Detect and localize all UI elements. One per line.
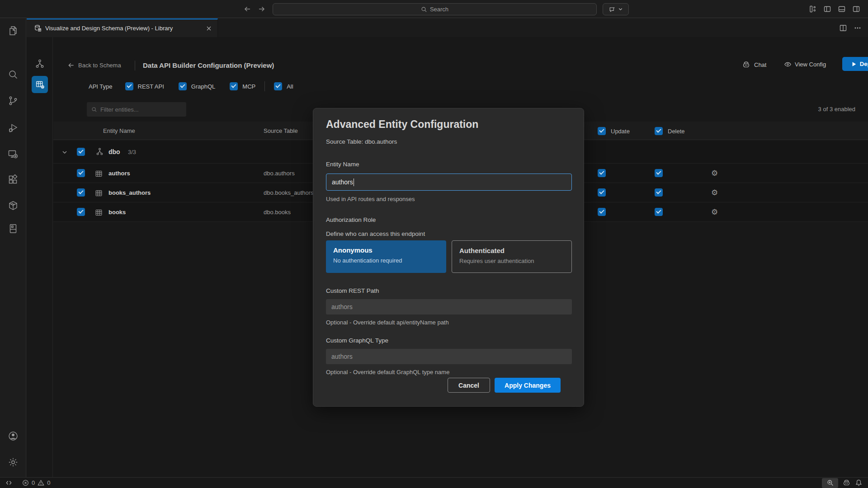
close-icon[interactable]: [206, 25, 212, 32]
tab-title: Visualize and Design Schema (Preview) - …: [45, 25, 173, 32]
rest-api-label: REST API: [138, 83, 164, 90]
designer-mini-sidebar: [27, 37, 53, 477]
schema-icon: [95, 147, 104, 156]
filter-all[interactable]: All: [274, 82, 293, 90]
filter-graphql[interactable]: GraphQL: [179, 82, 215, 90]
run-debug-icon[interactable]: [8, 122, 19, 133]
back-to-schema-button[interactable]: Back to Schema: [68, 62, 121, 69]
error-count[interactable]: 0: [32, 479, 35, 486]
warnings-icon[interactable]: [38, 479, 44, 486]
settings-gear-icon[interactable]: [8, 457, 19, 468]
account-icon[interactable]: [8, 431, 19, 441]
deploy-button[interactable]: Deploy: [842, 57, 868, 71]
remote-explorer-icon[interactable]: [8, 149, 19, 160]
all-checkbox[interactable]: [274, 82, 282, 90]
mcp-checkbox[interactable]: [230, 82, 238, 90]
update-checkbox[interactable]: [598, 208, 606, 216]
search-sidebar-icon[interactable]: [8, 69, 19, 80]
zoom-status-button[interactable]: [822, 478, 838, 488]
schema-view-icon[interactable]: [35, 59, 45, 69]
filter-entities-input[interactable]: [100, 106, 177, 113]
source-control-icon[interactable]: [8, 95, 19, 106]
row-settings-gear-icon[interactable]: ⚙: [711, 207, 718, 216]
copilot-chat-button[interactable]: [603, 3, 629, 15]
toggle-sidebar-icon[interactable]: [823, 5, 831, 13]
filter-entities-box[interactable]: [87, 102, 186, 117]
errors-icon[interactable]: [22, 479, 29, 486]
all-label: All: [287, 83, 293, 90]
api-type-filter-row: API Type REST API GraphQL MCP All: [89, 81, 293, 91]
global-search-input[interactable]: Search: [273, 3, 597, 15]
delete-checkbox[interactable]: [655, 208, 663, 216]
customize-layout-icon[interactable]: [809, 5, 817, 13]
chevron-down-icon[interactable]: [61, 149, 68, 155]
data-api-builder-view-icon[interactable]: [32, 76, 48, 93]
update-checkbox[interactable]: [598, 188, 606, 197]
containers-icon[interactable]: [8, 200, 19, 211]
entity-name-label: Entity Name: [326, 161, 359, 168]
tab-visualize-design-schema[interactable]: Visualize and Design Schema (Preview) - …: [27, 19, 218, 37]
delete-checkbox[interactable]: [655, 169, 663, 177]
cancel-button[interactable]: Cancel: [448, 378, 490, 393]
update-checkbox[interactable]: [598, 169, 606, 177]
delete-all-checkbox[interactable]: [655, 127, 663, 135]
toggle-secondary-sidebar-icon[interactable]: [852, 5, 860, 13]
explorer-icon[interactable]: [8, 25, 19, 36]
group-checkbox[interactable]: [77, 148, 85, 156]
col-entity-name: Entity Name: [103, 127, 135, 134]
extensions-icon[interactable]: [8, 174, 19, 185]
view-config-button[interactable]: View Config: [784, 61, 826, 68]
custom-graphql-type-label: Custom GraphQL Type: [326, 337, 388, 344]
auth-option-anonymous[interactable]: Anonymous No authentication required: [326, 240, 446, 273]
chat-sparkle-icon: [609, 6, 616, 13]
warning-count[interactable]: 0: [47, 479, 50, 486]
entity-name-input[interactable]: authors: [326, 174, 572, 191]
filter-rest-api[interactable]: REST API: [125, 82, 164, 90]
status-bar: 0 0: [0, 477, 868, 488]
graphql-checkbox[interactable]: [179, 82, 187, 90]
chevron-down-icon: [618, 7, 623, 12]
dialog-subtitle: Source Table: dbo.authors: [326, 138, 397, 145]
split-editor-icon[interactable]: [839, 24, 847, 32]
nav-back-icon[interactable]: [243, 5, 251, 13]
divider: [264, 81, 265, 91]
divider: [135, 61, 135, 70]
row-checkbox[interactable]: [77, 208, 85, 216]
update-all-checkbox[interactable]: [598, 127, 606, 135]
search-icon: [421, 6, 427, 13]
custom-graphql-type-input[interactable]: [326, 349, 572, 364]
database-projects-icon[interactable]: [8, 223, 19, 234]
page-title: Data API Builder Configuration (Preview): [143, 61, 274, 69]
remote-indicator-icon[interactable]: [5, 479, 12, 486]
copilot-status-icon[interactable]: [842, 479, 851, 487]
delete-checkbox[interactable]: [655, 188, 663, 197]
eye-icon: [784, 61, 792, 68]
custom-graphql-type-helper: Optional - Override default GraphQL type…: [326, 369, 449, 375]
rest-api-checkbox[interactable]: [125, 82, 133, 90]
dialog-title: Advanced Entity Configuration: [326, 118, 478, 131]
mcp-label: MCP: [242, 83, 255, 90]
more-actions-icon[interactable]: [854, 24, 862, 32]
search-placeholder: Search: [430, 6, 448, 13]
chat-button[interactable]: Chat: [742, 61, 766, 69]
search-icon: [91, 107, 97, 113]
row-settings-gear-icon[interactable]: ⚙: [711, 188, 718, 197]
row-settings-gear-icon[interactable]: ⚙: [711, 169, 718, 178]
custom-rest-path-input[interactable]: [326, 299, 572, 314]
view-config-label: View Config: [795, 61, 826, 68]
tab-bar: Visualize and Design Schema (Preview) - …: [27, 19, 868, 37]
notifications-bell-icon[interactable]: [855, 479, 863, 487]
authorization-role-label: Authorization Role: [326, 216, 376, 223]
row-checkbox[interactable]: [77, 169, 85, 177]
advanced-entity-configuration-dialog: Advanced Entity Configuration Source Tab…: [313, 108, 584, 407]
nav-forward-icon[interactable]: [258, 5, 266, 13]
window-titlebar: Search: [0, 0, 868, 18]
apply-changes-button[interactable]: Apply Changes: [495, 378, 561, 393]
custom-rest-path-helper: Optional - Override default api/entityNa…: [326, 319, 449, 326]
auth-option-authenticated[interactable]: Authenticated Requires user authenticati…: [452, 240, 572, 273]
toggle-panel-icon[interactable]: [838, 5, 846, 13]
table-icon: [95, 189, 103, 197]
group-name: dbo: [108, 148, 120, 155]
filter-mcp[interactable]: MCP: [230, 82, 255, 90]
row-checkbox[interactable]: [77, 188, 85, 197]
